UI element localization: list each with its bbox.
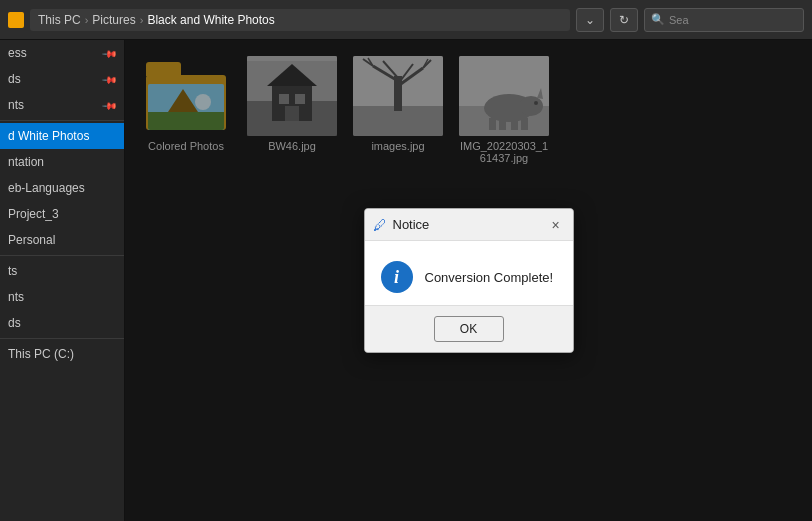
notice-modal: 🖊 Notice × i Conversion Complete! OK	[364, 208, 574, 353]
sidebar-label: d White Photos	[8, 129, 89, 143]
modal-overlay: 🖊 Notice × i Conversion Complete! OK	[125, 40, 812, 521]
sidebar-item-nts[interactable]: nts 📌	[0, 92, 124, 118]
sidebar-label: ess	[8, 46, 27, 60]
sidebar-item-ds[interactable]: ds 📌	[0, 66, 124, 92]
sidebar-label: This PC (C:)	[8, 347, 74, 361]
pin-icon: 📌	[102, 71, 118, 87]
modal-footer: OK	[365, 305, 573, 352]
sidebar-sep	[0, 120, 124, 121]
search-icon: 🔍	[651, 13, 665, 26]
sidebar-label: Project_3	[8, 207, 59, 221]
modal-title-text: Notice	[393, 217, 541, 232]
sidebar-label: nts	[8, 98, 24, 112]
sidebar-sep2	[0, 255, 124, 256]
modal-body: i Conversion Complete!	[365, 241, 573, 305]
breadcrumb-current: Black and White Photos	[147, 13, 274, 27]
sidebar-label: eb-Languages	[8, 181, 85, 195]
sidebar-item-project3[interactable]: Project_3	[0, 201, 124, 227]
search-placeholder: Sea	[669, 14, 689, 26]
sidebar-label: ds	[8, 72, 21, 86]
dropdown-button[interactable]: ⌄	[576, 8, 604, 32]
sidebar-item-thispc[interactable]: This PC (C:)	[0, 341, 124, 367]
pin-icon: 📌	[102, 97, 118, 113]
refresh-button[interactable]: ↻	[610, 8, 638, 32]
title-bar-icon	[8, 12, 24, 28]
breadcrumb-pictures[interactable]: Pictures	[92, 13, 135, 27]
modal-close-button[interactable]: ×	[547, 216, 565, 234]
sidebar-label: ds	[8, 316, 21, 330]
breadcrumb-thispc[interactable]: This PC	[38, 13, 81, 27]
modal-message: Conversion Complete!	[425, 270, 554, 285]
sidebar-item-nts2[interactable]: nts	[0, 284, 124, 310]
info-icon: i	[381, 261, 413, 293]
sidebar-item-bwphotos[interactable]: d White Photos	[0, 123, 124, 149]
main-layout: ess 📌 ds 📌 nts 📌 d White Photos ntation …	[0, 40, 812, 521]
sidebar-item-ts[interactable]: ts	[0, 258, 124, 284]
sidebar-item-ds2[interactable]: ds	[0, 310, 124, 336]
title-bar: This PC › Pictures › Black and White Pho…	[0, 0, 812, 40]
sidebar-item-ess[interactable]: ess 📌	[0, 40, 124, 66]
sidebar-sep3	[0, 338, 124, 339]
sidebar-item-personal[interactable]: Personal	[0, 227, 124, 253]
sidebar-item-weblang[interactable]: eb-Languages	[0, 175, 124, 201]
sidebar-label: Personal	[8, 233, 55, 247]
ok-button[interactable]: OK	[434, 316, 504, 342]
modal-title-bar: 🖊 Notice ×	[365, 209, 573, 241]
notice-title-icon: 🖊	[373, 217, 387, 233]
sidebar-label: ts	[8, 264, 17, 278]
sidebar-label: ntation	[8, 155, 44, 169]
sidebar-label: nts	[8, 290, 24, 304]
sidebar: ess 📌 ds 📌 nts 📌 d White Photos ntation …	[0, 40, 125, 521]
breadcrumb[interactable]: This PC › Pictures › Black and White Pho…	[30, 9, 570, 31]
sidebar-item-ntation[interactable]: ntation	[0, 149, 124, 175]
content-area: Colored Photos	[125, 40, 812, 521]
pin-icon: 📌	[102, 45, 118, 61]
search-box[interactable]: 🔍 Sea	[644, 8, 804, 32]
